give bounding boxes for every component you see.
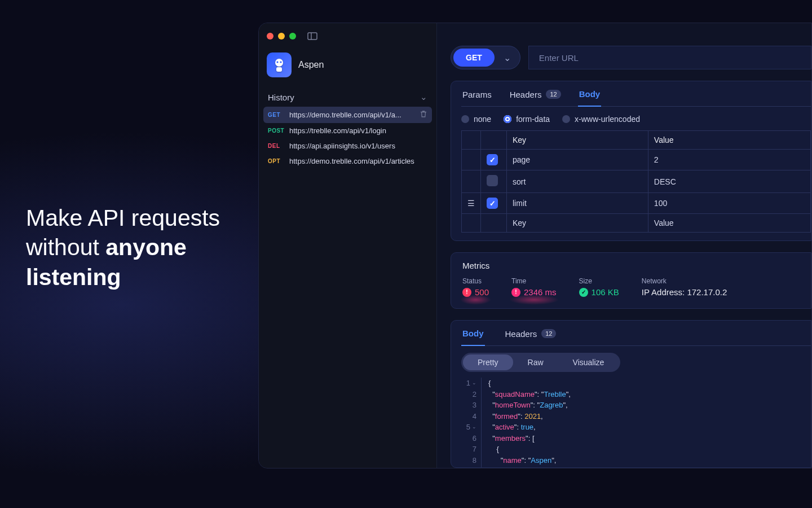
history-item[interactable]: DEL https://api.apiinsights.io/v1/users — [263, 138, 432, 154]
method-badge: POST — [268, 128, 285, 134]
app-identity: Aspen — [259, 46, 436, 87]
toggle-sidebar-icon[interactable] — [307, 32, 317, 40]
chevron-down-icon: ⌄ — [420, 92, 427, 102]
response-view-segmented: Pretty Raw Visualize — [461, 353, 620, 372]
value-cell[interactable]: 100 — [648, 193, 810, 214]
method-badge: OPT — [268, 158, 285, 164]
key-cell[interactable]: sort — [507, 170, 648, 193]
size-value: 106 KB — [592, 287, 619, 297]
metrics-title: Metrics — [461, 261, 811, 277]
network-value: IP Address: 172.17.0.2 — [642, 287, 727, 297]
app-window: Aspen History ⌄ GET https://demo.treblle… — [258, 23, 812, 468]
close-icon[interactable] — [267, 33, 273, 40]
table-row[interactable]: sort DESC — [462, 170, 811, 193]
table-row[interactable]: ☰ limit 100 — [462, 193, 811, 214]
history-url: https://demo.treblle.com/api/v1/a... — [289, 111, 415, 119]
time-warn-icon: ! — [511, 288, 520, 297]
history-url: https://treblle.com/api/v1/login — [289, 126, 427, 135]
marketing-headline: Make API requests without anyone listeni… — [26, 203, 220, 292]
row-checkbox[interactable] — [487, 198, 498, 209]
history-list: GET https://demo.treblle.com/api/v1/a...… — [259, 107, 436, 169]
response-body-json[interactable]: 1⌄2345⌄67891011 { "squadName": "Treblle"… — [461, 378, 811, 468]
time-value: 2346 ms — [524, 287, 557, 297]
column-key: Key — [507, 131, 648, 150]
resp-tab-headers[interactable]: Headers12 — [504, 329, 558, 345]
app-name: Aspen — [298, 60, 324, 70]
table-row-new[interactable]: KeyValue — [462, 214, 811, 233]
tab-headers[interactable]: Headers12 — [509, 89, 562, 106]
column-value: Value — [648, 131, 810, 150]
value-cell[interactable]: DESC — [648, 170, 810, 193]
status-value: 500 — [475, 287, 489, 297]
maximize-icon[interactable] — [289, 33, 296, 40]
trash-icon[interactable] — [420, 110, 427, 120]
row-checkbox[interactable] — [487, 175, 498, 186]
tab-body[interactable]: Body — [578, 89, 602, 107]
row-checkbox[interactable] — [487, 154, 498, 165]
svg-rect-0 — [308, 33, 317, 40]
table-row[interactable]: page 2 — [462, 150, 811, 170]
history-item[interactable]: GET https://demo.treblle.com/api/v1/a... — [263, 107, 432, 123]
history-item[interactable]: OPT https://demo.treblle.com/api/v1/arti… — [263, 154, 432, 169]
view-visualize[interactable]: Visualize — [558, 354, 619, 370]
resp-tab-body[interactable]: Body — [461, 329, 485, 346]
method-badge: GET — [268, 112, 285, 118]
minimize-icon[interactable] — [278, 33, 285, 40]
sidebar: Aspen History ⌄ GET https://demo.treblle… — [259, 23, 437, 468]
view-raw[interactable]: Raw — [513, 354, 558, 370]
size-ok-icon: ✓ — [579, 288, 588, 297]
chevron-down-icon: ⌄ — [498, 52, 517, 63]
url-input[interactable]: Enter URL — [528, 46, 811, 69]
svg-rect-5 — [276, 67, 282, 72]
body-type-form-data[interactable]: form-data — [504, 115, 550, 124]
response-panel: Body Headers12 Pretty Raw Visualize 1⌄23… — [451, 320, 811, 468]
tab-params[interactable]: Params — [461, 89, 493, 106]
body-type-urlencoded[interactable]: x-www-urlencoded — [562, 115, 640, 124]
key-cell[interactable]: limit — [507, 193, 648, 214]
history-header[interactable]: History ⌄ — [259, 87, 436, 107]
status-error-icon: ! — [462, 288, 471, 297]
method-badge: DEL — [268, 143, 285, 149]
key-cell[interactable]: page — [507, 150, 648, 170]
form-data-table: Key Value page 2 sort DESC☰ limit 100Key… — [461, 130, 811, 233]
history-item[interactable]: POST https://treblle.com/api/v1/login — [263, 123, 432, 138]
history-url: https://demo.treblle.com/api/v1/articles — [289, 157, 427, 165]
drag-handle-icon[interactable]: ☰ — [467, 199, 475, 208]
main-pane: GET ⌄ Enter URL Params Headers12 Body no… — [437, 23, 811, 468]
svg-point-2 — [275, 59, 283, 67]
app-logo-icon — [267, 52, 292, 77]
request-panel: Params Headers12 Body none form-data x-w… — [451, 81, 811, 241]
svg-point-3 — [276, 61, 278, 63]
svg-point-4 — [280, 61, 281, 63]
method-select[interactable]: GET ⌄ — [451, 46, 520, 69]
view-pretty[interactable]: Pretty — [463, 354, 513, 370]
history-url: https://api.apiinsights.io/v1/users — [289, 142, 427, 150]
body-type-none[interactable]: none — [461, 115, 491, 124]
value-cell[interactable]: 2 — [648, 150, 810, 170]
window-controls — [259, 23, 436, 46]
request-bar: GET ⌄ Enter URL — [451, 46, 811, 69]
metrics-panel: Metrics Status!500 Time!2346 ms Size✓106… — [451, 252, 811, 309]
